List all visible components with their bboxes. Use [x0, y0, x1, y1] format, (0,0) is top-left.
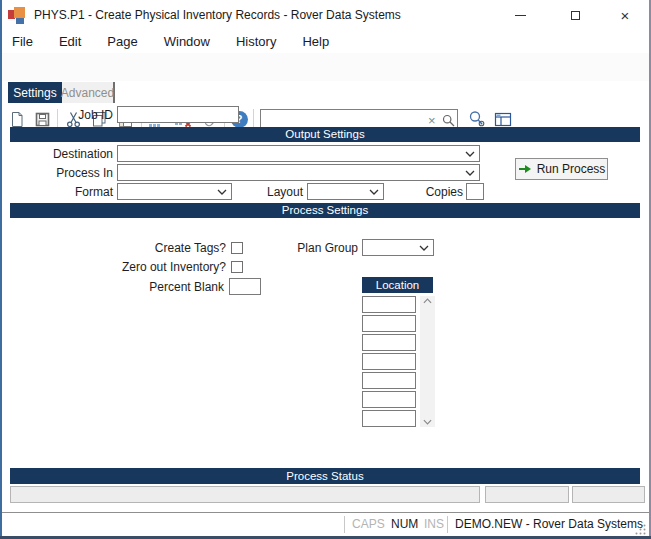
location-scrollbar[interactable] — [420, 296, 435, 427]
location-input[interactable] — [362, 391, 416, 408]
session-label: DEMO.NEW - Rover Data Systems — [455, 517, 643, 531]
statusbar-separator — [447, 516, 448, 533]
search-icon[interactable] — [440, 114, 460, 127]
process-settings-header: Process Settings — [10, 203, 640, 218]
close-icon: × — [621, 8, 630, 23]
insert-mode-indicator: INS — [424, 517, 444, 531]
app-logo-icon — [8, 6, 26, 24]
search-lookup-icon[interactable] — [468, 110, 486, 128]
location-input[interactable] — [362, 296, 416, 313]
process-in-label: Process In — [0, 165, 113, 182]
layout-select[interactable] — [307, 183, 384, 200]
menu-page[interactable]: Page — [107, 34, 137, 49]
zero-out-inventory-label: Zero out Inventory? — [0, 259, 226, 276]
window-border-left — [0, 0, 2, 539]
window-title: PHYS.P1 - Create Physical Inventory Reco… — [34, 8, 401, 22]
process-in-select[interactable] — [117, 164, 480, 181]
scroll-down-icon[interactable] — [423, 419, 432, 425]
destination-select[interactable] — [117, 145, 480, 162]
caps-lock-indicator: CAPS — [352, 517, 385, 531]
output-settings-header: Output Settings — [10, 127, 640, 142]
run-process-button[interactable]: Run Process — [515, 158, 608, 180]
location-list — [362, 296, 416, 427]
status-bar: CAPS NUM INS DEMO.NEW - Rover Data Syste… — [0, 512, 651, 536]
copies-input[interactable] — [466, 183, 484, 200]
scroll-up-icon[interactable] — [423, 298, 432, 304]
percent-blank-label: Percent Blank — [0, 279, 224, 296]
format-label: Format — [0, 184, 113, 201]
plan-group-select[interactable] — [362, 239, 434, 256]
job-id-label: Job ID — [0, 107, 113, 124]
statusbar-separator — [344, 516, 345, 533]
toolbar: ? × — [0, 53, 651, 81]
title-bar: PHYS.P1 - Create Physical Inventory Reco… — [0, 0, 651, 30]
location-input[interactable] — [362, 372, 416, 389]
menu-window[interactable]: Window — [164, 34, 210, 49]
menu-bar: File Edit Page Window History Help — [0, 30, 651, 53]
location-input[interactable] — [362, 334, 416, 351]
toolbar-separator — [253, 109, 254, 129]
maximize-icon — [571, 11, 580, 20]
process-status-field — [10, 486, 480, 503]
app-window: PHYS.P1 - Create Physical Inventory Reco… — [0, 0, 651, 539]
search-clear-icon[interactable]: × — [424, 113, 440, 128]
menu-edit[interactable]: Edit — [59, 34, 81, 49]
chevron-down-icon — [465, 170, 475, 176]
copies-label: Copies — [395, 184, 463, 201]
layout-panels-icon[interactable] — [494, 110, 512, 128]
location-input[interactable] — [362, 353, 416, 370]
location-input[interactable] — [362, 315, 416, 332]
chevron-down-icon — [419, 245, 429, 251]
create-tags-checkbox[interactable] — [231, 242, 243, 254]
chevron-down-icon — [369, 189, 379, 195]
menu-help[interactable]: Help — [302, 34, 329, 49]
destination-label: Destination — [0, 146, 113, 163]
minimize-icon — [515, 15, 526, 16]
chevron-down-icon — [217, 189, 227, 195]
process-status-field — [572, 486, 645, 503]
menu-history[interactable]: History — [236, 34, 276, 49]
tab-settings[interactable]: Settings — [8, 82, 62, 103]
chevron-down-icon — [465, 151, 475, 157]
create-tags-label: Create Tags? — [0, 240, 226, 257]
job-id-input[interactable] — [117, 106, 239, 123]
maximize-button[interactable] — [551, 0, 599, 30]
zero-out-inventory-checkbox[interactable] — [231, 261, 243, 273]
location-column-header: Location — [362, 277, 433, 293]
format-select[interactable] — [117, 183, 232, 200]
num-lock-indicator: NUM — [391, 517, 418, 531]
minimize-button[interactable] — [496, 0, 544, 30]
close-button[interactable]: × — [601, 0, 649, 30]
location-input[interactable] — [362, 410, 416, 427]
process-status-header: Process Status — [10, 468, 640, 484]
plan-group-label: Plan Group — [270, 240, 358, 257]
tab-advanced[interactable]: Advanced — [62, 82, 115, 103]
layout-label: Layout — [230, 184, 303, 201]
percent-blank-input[interactable] — [229, 278, 261, 295]
run-arrow-icon — [518, 164, 532, 174]
menu-file[interactable]: File — [12, 34, 33, 49]
process-status-field — [485, 486, 569, 503]
